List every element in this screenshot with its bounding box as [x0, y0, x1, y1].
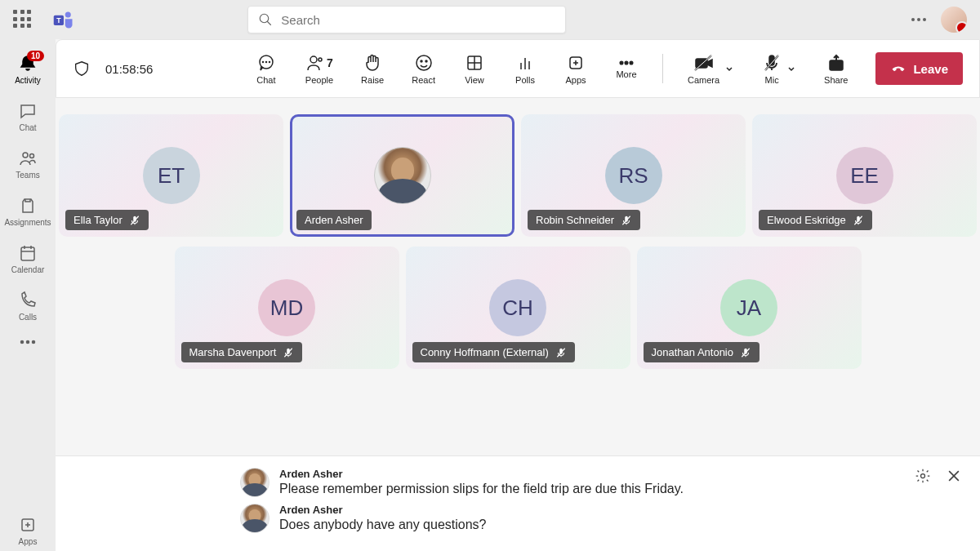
meeting-timer: 01:58:56	[105, 62, 153, 76]
more-options-icon[interactable]	[911, 18, 926, 21]
rail-assignments[interactable]: Assignments	[0, 191, 56, 232]
participant-tile[interactable]: JAJonathan Antonio	[637, 247, 862, 369]
chat-text: Please remember permission slips for the…	[279, 482, 684, 496]
participant-tile[interactable]: EEElwood Eskridge	[752, 114, 977, 237]
toolbar-share-button[interactable]: Share	[814, 50, 858, 88]
participant-name-chip: Jonathan Antonio	[644, 342, 760, 362]
svg-point-20	[269, 61, 270, 62]
svg-rect-7	[21, 247, 34, 260]
participant-avatar: MD	[258, 279, 315, 336]
svg-point-23	[416, 56, 431, 70]
shield-icon[interactable]	[73, 60, 91, 78]
participant-tile[interactable]: Arden Asher	[290, 114, 514, 237]
svg-point-19	[265, 61, 266, 62]
teams-logo-icon: T	[52, 8, 75, 31]
toolbar-view-button[interactable]: View	[453, 50, 496, 88]
participant-avatar: ET	[143, 147, 200, 204]
toolbar-divider	[662, 54, 663, 83]
toolbar-people-button[interactable]: 7 People	[296, 50, 343, 88]
profile-avatar[interactable]	[941, 7, 967, 33]
app-rail: 10 Activity Chat Teams Assignments Calen…	[0, 39, 56, 551]
leave-button[interactable]: Leave	[875, 52, 963, 85]
participant-avatar: JA	[720, 279, 777, 336]
participant-avatar: EE	[836, 147, 893, 204]
svg-point-3	[261, 14, 270, 23]
participant-avatar: CH	[489, 279, 546, 336]
chat-sender: Arden Asher	[279, 468, 684, 480]
chat-avatar	[240, 468, 270, 497]
chat-panel: Arden AsherPlease remember permission sl…	[56, 455, 980, 551]
activity-badge: 10	[27, 51, 44, 61]
svg-point-25	[425, 60, 427, 62]
toolbar-mic-button[interactable]: Mic	[752, 50, 806, 88]
svg-point-5	[23, 153, 28, 158]
toolbar-polls-button[interactable]: Polls	[504, 50, 546, 88]
rail-teams[interactable]: Teams	[0, 144, 56, 184]
chat-text: Does anybody have any questions?	[279, 518, 487, 532]
svg-point-11	[21, 341, 24, 344]
hangup-icon	[890, 60, 906, 77]
toolbar-react-button[interactable]: React	[402, 50, 445, 88]
svg-text:T: T	[56, 16, 61, 24]
chat-message: Arden AsherDoes anybody have any questio…	[240, 504, 959, 533]
gear-icon[interactable]	[915, 468, 931, 484]
video-stage: ETElla TaylorArden AsherRSRobin Schneide…	[56, 98, 980, 455]
svg-point-36	[625, 61, 628, 64]
participant-name-chip: Ella Taylor	[65, 210, 149, 230]
svg-point-6	[30, 154, 34, 158]
rail-chat[interactable]: Chat	[0, 96, 56, 137]
participant-tile[interactable]: CHConny Hoffmann (External)	[406, 247, 630, 369]
rail-calls[interactable]: Calls	[0, 286, 56, 327]
chat-message: Arden AsherPlease remember permission sl…	[240, 468, 959, 497]
toolbar-camera-button[interactable]: Camera	[678, 50, 744, 88]
search-input[interactable]	[281, 13, 555, 27]
participant-tile[interactable]: MDMarsha Davenport	[175, 247, 399, 369]
toolbar-raise-button[interactable]: Raise	[351, 50, 394, 88]
svg-point-22	[318, 58, 322, 61]
svg-line-4	[268, 21, 272, 25]
chat-sender: Arden Asher	[279, 504, 487, 516]
rail-calendar[interactable]: Calendar	[0, 238, 56, 279]
svg-point-18	[262, 61, 263, 62]
search-icon	[258, 12, 273, 27]
mic-muted-icon	[555, 347, 567, 358]
mic-muted-icon	[283, 347, 294, 358]
participant-name-chip: Marsha Davenport	[181, 342, 303, 362]
svg-point-57	[921, 474, 925, 478]
mic-muted-icon	[740, 347, 751, 358]
mic-muted-icon	[621, 215, 632, 226]
mic-muted-icon	[129, 215, 140, 226]
svg-point-24	[421, 60, 422, 62]
rail-more[interactable]	[0, 333, 56, 351]
app-launcher-icon[interactable]	[13, 10, 33, 29]
chevron-down-icon[interactable]	[724, 64, 734, 73]
toolbar-more-button[interactable]: More	[605, 56, 648, 82]
toolbar-chat-button[interactable]: Chat	[245, 50, 287, 88]
chat-avatar	[240, 504, 270, 533]
participant-avatar: RS	[605, 147, 662, 204]
participant-name-chip: Elwood Eskridge	[759, 210, 872, 230]
chevron-down-icon[interactable]	[786, 64, 796, 73]
svg-point-13	[33, 341, 35, 344]
svg-point-2	[65, 11, 71, 17]
participant-name-chip: Arden Asher	[296, 210, 372, 230]
rail-apps[interactable]: Apps	[0, 510, 56, 551]
participant-name-chip: Robin Schneider	[528, 210, 640, 230]
svg-point-35	[620, 61, 623, 64]
toolbar-apps-button[interactable]: Apps	[555, 50, 597, 88]
svg-point-21	[310, 56, 317, 63]
participant-tile[interactable]: RSRobin Schneider	[521, 114, 746, 237]
svg-point-12	[27, 341, 29, 344]
close-icon[interactable]	[946, 468, 962, 484]
svg-point-37	[630, 61, 633, 64]
search-box[interactable]	[247, 6, 566, 33]
participant-name-chip: Conny Hoffmann (External)	[412, 342, 575, 362]
rail-activity[interactable]: 10 Activity	[0, 49, 56, 90]
meeting-toolbar: 01:58:56 Chat 7 People Raise React	[56, 39, 980, 98]
mic-muted-icon	[853, 215, 864, 226]
participant-tile[interactable]: ETElla Taylor	[59, 114, 283, 237]
participant-avatar-photo	[374, 147, 431, 204]
